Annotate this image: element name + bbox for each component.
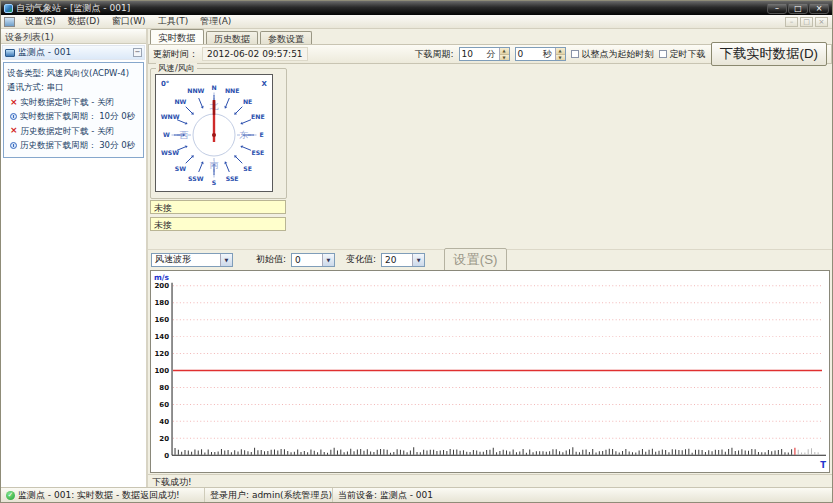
device-panel-header: 设备列表(1): [1, 29, 146, 44]
timed-download-option[interactable]: 定时下载: [659, 48, 706, 61]
start-on-hour-label: 以整点为起始时刻: [582, 48, 654, 61]
svg-text:ESE: ESE: [251, 149, 264, 156]
seconds-spinner[interactable]: ▲▼: [555, 48, 565, 60]
status-segment-user: 登录用户: admin(系统管理员): [205, 488, 333, 502]
device-info-line-4: ×历史数据定时下载 - 关闭: [7, 124, 141, 138]
svg-text:东: 东: [239, 130, 249, 140]
change-value: 20: [382, 255, 399, 265]
menu-item-3[interactable]: 工具(T): [152, 14, 195, 29]
period-label: 下载周期:: [414, 48, 453, 61]
minimize-icon[interactable]: –: [767, 3, 787, 14]
status-segment-result: ✓ 监测点 - 001: 实时数据 - 数据返回成功!: [1, 488, 205, 502]
svg-text:40: 40: [159, 418, 169, 426]
minutes-unit: 分: [484, 48, 499, 61]
download-controls: 下载周期: 10 分 ▲▼ 0 秒 ▲▼ 以整点为起始时刻: [414, 42, 827, 66]
app-window: 自动气象站 - [监测点 - 001] – □ × 设置(S)数据(D)窗口(W…: [0, 0, 833, 503]
change-value-label: 变化值:: [346, 253, 376, 266]
timed-download-label: 定时下载: [670, 48, 706, 61]
svg-text:NNW: NNW: [187, 87, 204, 94]
device-info-box: 设备类型: 风速风向仪(ACPW-4)通讯方式: 串口×实时数据定时下载 - 关…: [3, 62, 144, 158]
time-cursor-marker[interactable]: T: [820, 460, 826, 470]
svg-text:N: N: [211, 84, 216, 91]
timed-download-checkbox[interactable]: [659, 50, 667, 58]
device-tree: 监测点 - 001 − 设备类型: 风速风向仪(ACPW-4)通讯方式: 串口×…: [1, 44, 146, 487]
mdi-minimize-icon[interactable]: –: [785, 17, 798, 27]
svg-text:W: W: [163, 131, 170, 138]
close-icon[interactable]: ×: [809, 3, 829, 14]
status-result-text: 监测点 - 001: 实时数据 - 数据返回成功!: [18, 489, 180, 502]
svg-text:SSW: SSW: [188, 175, 204, 182]
mdi-restore-icon[interactable]: □: [800, 17, 813, 27]
device-icon: [5, 49, 15, 57]
update-time-value: 2012-06-02 09:57:51: [202, 47, 308, 61]
spin-down-icon[interactable]: ▼: [556, 55, 565, 61]
set-button[interactable]: 设置(S): [444, 248, 506, 272]
start-on-hour-option[interactable]: 以整点为起始时刻: [571, 48, 654, 61]
status-segment-device: 当前设备: 监测点 - 001: [333, 488, 832, 502]
seconds-value[interactable]: 0: [516, 49, 540, 59]
wind-groupbox: 风速/风向 0°XNNNENEENEEESESESSESSSWSWWSWWWNW…: [150, 68, 287, 199]
menu-bar: 设置(S)数据(D)窗口(W)工具(T)管理(A) – □ ×: [1, 15, 832, 29]
change-value-select[interactable]: 20 ▼: [381, 253, 425, 267]
tab-2[interactable]: 参数设置: [260, 31, 312, 44]
spin-down-icon[interactable]: ▼: [500, 55, 509, 61]
clock-icon: [10, 113, 17, 120]
status-user-text: 登录用户: admin(系统管理员): [210, 489, 332, 502]
waveform-select-value: 风速波形: [152, 253, 194, 266]
window-buttons: – □ ×: [767, 3, 829, 14]
svg-text:180: 180: [154, 299, 169, 307]
chevron-down-icon[interactable]: ▼: [412, 254, 424, 266]
svg-text:SE: SE: [243, 165, 252, 172]
menu-item-4[interactable]: 管理(A): [194, 14, 237, 29]
menu-item-2[interactable]: 窗口(W): [106, 14, 152, 29]
start-on-hour-checkbox[interactable]: [571, 50, 579, 58]
collapse-icon[interactable]: −: [133, 48, 142, 57]
svg-text:ENE: ENE: [251, 113, 265, 120]
window-title: 自动气象站 - [监测点 - 001]: [16, 2, 130, 15]
sensor-value-2: 未接: [150, 217, 286, 231]
chevron-down-icon[interactable]: ▼: [322, 254, 334, 266]
minutes-stepper[interactable]: 10 分 ▲▼: [459, 47, 510, 61]
svg-text:WSW: WSW: [161, 149, 179, 156]
device-info-line-0: 设备类型: 风速风向仪(ACPW-4): [7, 66, 141, 80]
waveform-select[interactable]: 风速波形 ▼: [151, 253, 233, 267]
svg-text:60: 60: [159, 401, 169, 409]
app-icon: [4, 4, 13, 13]
device-info-text: 通讯方式: 串口: [7, 80, 64, 94]
update-time-label: 更新时间：: [153, 48, 198, 61]
device-info-text: 实时数据下载周期： 10分 0秒: [20, 109, 135, 123]
menu-item-0[interactable]: 设置(S): [19, 14, 62, 29]
svg-text:20: 20: [159, 435, 169, 443]
gauge-area: 风速/风向 0°XNNNENEENEEESESESSESSSWSWWSWWWNW…: [148, 64, 832, 249]
tab-0[interactable]: 实时数据: [150, 29, 204, 44]
svg-text:0: 0: [164, 452, 169, 460]
status-bar: ✓ 监测点 - 001: 实时数据 - 数据返回成功! 登录用户: admin(…: [1, 487, 832, 502]
initial-value-select[interactable]: 0 ▼: [291, 253, 335, 267]
seconds-unit: 秒: [540, 48, 555, 61]
menu-items: 设置(S)数据(D)窗口(W)工具(T)管理(A): [19, 14, 237, 29]
svg-text:WNW: WNW: [161, 113, 180, 120]
download-status-message: 下载成功!: [148, 474, 832, 487]
title-bar: 自动气象站 - [监测点 - 001] – □ ×: [1, 1, 832, 15]
device-info-text: 实时数据定时下载 - 关闭: [21, 95, 114, 109]
minutes-spinner[interactable]: ▲▼: [499, 48, 509, 60]
chevron-down-icon[interactable]: ▼: [220, 254, 232, 266]
device-info-text: 设备类型: 风速风向仪(ACPW-4): [7, 66, 129, 80]
minutes-value[interactable]: 10: [460, 49, 484, 59]
compass-svg: 0°XNNNENEENEEESESESSESSSWSWWSWWWNWNWNNW北…: [156, 75, 272, 191]
svg-text:140: 140: [154, 333, 169, 341]
svg-text:m/s: m/s: [154, 273, 170, 282]
maximize-icon[interactable]: □: [788, 3, 808, 14]
sensor-value-1: 未接: [150, 200, 286, 214]
seconds-stepper[interactable]: 0 秒 ▲▼: [515, 47, 566, 61]
tab-1[interactable]: 历史数据: [206, 31, 258, 44]
device-info-line-1: 通讯方式: 串口: [7, 80, 141, 94]
device-info-line-3: 实时数据下载周期： 10分 0秒: [7, 109, 141, 123]
download-realtime-button[interactable]: 下载实时数据(D): [711, 42, 827, 66]
device-panel: 设备列表(1) 监测点 - 001 − 设备类型: 风速风向仪(ACPW-4)通…: [1, 29, 148, 487]
tree-node-label: 监测点 - 001: [18, 46, 71, 59]
mdi-close-icon[interactable]: ×: [815, 17, 828, 27]
svg-text:0°: 0°: [161, 80, 169, 88]
menu-item-1[interactable]: 数据(D): [62, 14, 106, 29]
tree-node-station[interactable]: 监测点 - 001 −: [2, 45, 145, 60]
